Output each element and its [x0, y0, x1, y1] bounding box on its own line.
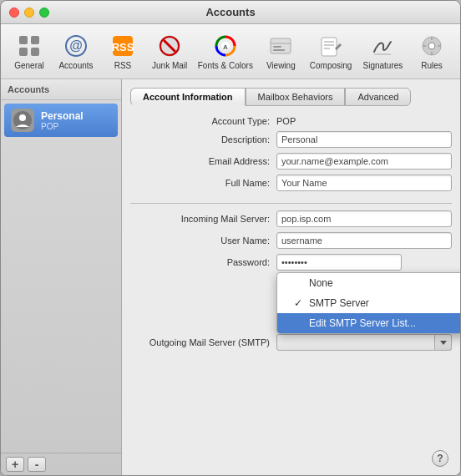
viewing-label: Viewing [266, 61, 296, 70]
svg-rect-1 [31, 36, 39, 44]
email-input[interactable] [276, 153, 452, 170]
password-row: Password: None ✓ SMTP Server [130, 254, 452, 271]
toolbar-item-accounts[interactable]: @ Accounts [54, 29, 98, 73]
maximize-button[interactable] [39, 8, 49, 18]
sidebar-item-sub: POP [41, 122, 84, 131]
edit-smtp-label: Edit SMTP Server List... [309, 317, 416, 329]
tab-advanced[interactable]: Advanced [345, 88, 411, 106]
fullname-label: Full Name: [130, 178, 276, 188]
main-window: Accounts General @ Accou [0, 0, 461, 476]
outgoing-server-display[interactable] [276, 334, 435, 351]
account-type-value: POP [276, 116, 296, 126]
outgoing-server-dropdown-button[interactable] [435, 334, 452, 351]
sidebar-item-personal[interactable]: Personal POP [4, 104, 118, 137]
incoming-server-row: Incoming Mail Server: [130, 210, 452, 227]
help-button[interactable]: ? [432, 450, 448, 467]
svg-rect-0 [19, 36, 28, 44]
sidebar-item-name: Personal [41, 110, 84, 122]
svg-rect-2 [19, 48, 28, 56]
outgoing-server-label: Outgoing Mail Server (SMTP) [130, 337, 276, 347]
toolbar-item-general[interactable]: General [8, 29, 51, 73]
outgoing-server-row: Outgoing Mail Server (SMTP) [130, 334, 452, 351]
account-type-label: Account Type: [130, 116, 276, 126]
fonts-colors-label: Fonts & Colors [198, 61, 253, 70]
toolbar-item-signatures[interactable]: Signatures [359, 29, 407, 73]
main-content: Accounts Personal POP [1, 79, 460, 475]
description-label: Description: [130, 134, 276, 144]
toolbar-item-rss[interactable]: RSS RSS [101, 29, 144, 73]
none-label: None [309, 277, 333, 289]
toolbar-item-fonts-colors[interactable]: A Fonts & Colors [195, 29, 256, 73]
tab-account-information[interactable]: Account Information [130, 88, 246, 106]
svg-text:@: @ [69, 38, 83, 53]
viewing-icon [267, 33, 294, 59]
right-panel: Account Information Mailbox Behaviors Ad… [122, 79, 460, 475]
username-row: User Name: [130, 232, 452, 249]
server-checkmark: ✓ [294, 297, 306, 309]
rules-label: Rules [421, 61, 443, 70]
svg-point-24 [428, 43, 435, 49]
traffic-lights [9, 8, 49, 18]
toolbar-item-viewing[interactable]: Viewing [259, 29, 302, 73]
accounts-label: Accounts [58, 61, 93, 70]
none-checkmark [294, 277, 306, 289]
smtp-server-label: SMTP Server [309, 297, 369, 309]
tabs: Account Information Mailbox Behaviors Ad… [130, 88, 452, 106]
svg-rect-18 [322, 38, 337, 56]
close-button[interactable] [9, 8, 19, 18]
sidebar-list: Personal POP [1, 100, 121, 453]
edit-checkmark [294, 317, 306, 329]
rules-icon [418, 33, 445, 59]
account-icon [11, 109, 34, 132]
toolbar: General @ Accounts RSS RSS [1, 24, 460, 79]
username-label: User Name: [130, 235, 276, 246]
title-bar: Accounts [1, 1, 460, 24]
description-input[interactable] [276, 131, 452, 148]
tab-mailbox-behaviors[interactable]: Mailbox Behaviors [246, 88, 346, 106]
accounts-icon: @ [63, 33, 89, 59]
password-label: Password: [130, 257, 276, 267]
username-input[interactable] [276, 232, 452, 249]
incoming-server-label: Incoming Mail Server: [130, 214, 276, 224]
sidebar-header: Accounts [1, 79, 121, 100]
description-row: Description: [130, 131, 452, 148]
smtp-option-edit[interactable]: Edit SMTP Server List... [277, 313, 460, 333]
smtp-dropdown-menu: None ✓ SMTP Server Edit SMTP Server List… [276, 272, 460, 334]
sidebar-footer: + - [1, 453, 121, 475]
toolbar-item-composing[interactable]: Composing [306, 29, 356, 73]
general-label: General [14, 61, 44, 70]
fonts-colors-icon: A [212, 33, 239, 59]
signatures-icon [369, 33, 396, 59]
account-type-row: Account Type: POP [130, 116, 452, 126]
svg-rect-16 [273, 46, 281, 48]
junk-mail-icon [156, 33, 183, 59]
svg-rect-17 [273, 49, 285, 51]
general-icon [16, 33, 43, 59]
svg-text:A: A [223, 43, 228, 51]
svg-text:RSS: RSS [112, 41, 134, 53]
window-title: Accounts [205, 6, 255, 18]
junk-mail-label: Junk Mail [152, 61, 187, 70]
composing-icon [317, 33, 344, 59]
rss-icon: RSS [109, 33, 136, 59]
sidebar-item-text: Personal POP [41, 110, 84, 131]
minimize-button[interactable] [24, 8, 34, 18]
toolbar-item-rules[interactable]: Rules [410, 29, 453, 73]
composing-label: Composing [310, 61, 352, 70]
incoming-server-input[interactable] [276, 210, 452, 227]
sidebar: Accounts Personal POP [1, 79, 122, 475]
svg-point-30 [19, 114, 26, 121]
svg-rect-3 [31, 48, 39, 56]
remove-account-button[interactable]: - [28, 457, 46, 472]
smtp-option-server[interactable]: ✓ SMTP Server [277, 293, 460, 313]
smtp-option-none[interactable]: None [277, 273, 460, 293]
toolbar-item-junk-mail[interactable]: Junk Mail [148, 29, 191, 73]
fullname-row: Full Name: [130, 175, 452, 191]
form-divider-1 [130, 203, 452, 204]
add-account-button[interactable]: + [6, 457, 24, 472]
password-input[interactable] [276, 254, 402, 271]
email-label: Email Address: [130, 156, 276, 166]
signatures-label: Signatures [363, 61, 403, 70]
fullname-input[interactable] [276, 175, 452, 191]
rss-label: RSS [114, 61, 132, 70]
